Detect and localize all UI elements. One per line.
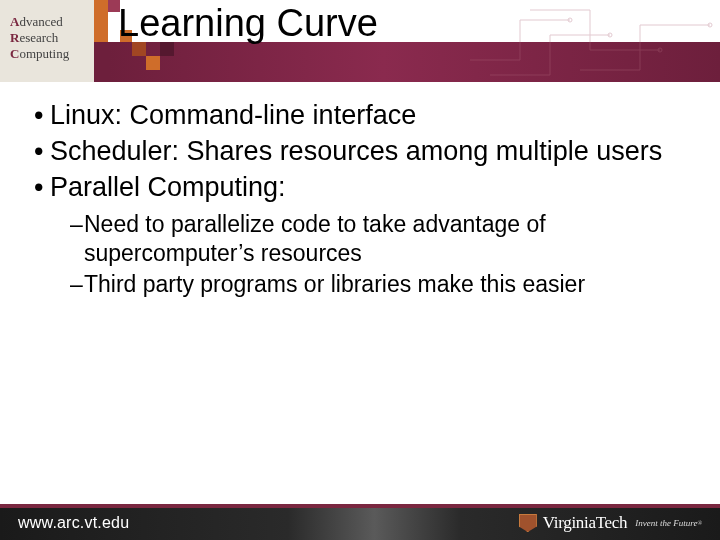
slide-footer: www.arc.vt.edu VirginiaTech Invent the F… <box>0 504 720 540</box>
sub-bullets: –Need to parallelize code to take advant… <box>70 210 686 299</box>
slide-body: •Linux: Command-line interface •Schedule… <box>34 98 686 301</box>
sub-bullet-2: –Third party programs or libraries make … <box>70 270 686 299</box>
bullet-text: Linux: Command-line interface <box>50 100 416 130</box>
bullet-dot-icon: • <box>34 98 50 132</box>
bullet-dot-icon: • <box>34 170 50 204</box>
bullet-1: •Linux: Command-line interface <box>34 98 686 132</box>
vt-shield-icon <box>519 514 537 532</box>
bullet-text: Need to parallelize code to take advanta… <box>84 211 546 266</box>
bullet-dash-icon: – <box>70 270 84 299</box>
bullet-text: Scheduler: Shares resources among multip… <box>50 136 662 166</box>
footer-url: www.arc.vt.edu <box>18 514 129 532</box>
slide-title: Learning Curve <box>118 2 378 45</box>
vt-logo: VirginiaTech Invent the Future® <box>519 513 702 533</box>
bullet-text: Third party programs or libraries make t… <box>84 271 585 297</box>
bullet-dash-icon: – <box>70 210 84 239</box>
vt-tagline: Invent the Future® <box>635 519 702 528</box>
bullet-3: •Parallel Computing: <box>34 170 686 204</box>
vt-wordmark: VirginiaTech <box>543 513 628 533</box>
arc-logo: Advanced Research Computing <box>10 14 90 62</box>
slide-header: Advanced Research Computing Learning Cur… <box>0 0 720 82</box>
slide: Advanced Research Computing Learning Cur… <box>0 0 720 540</box>
bullet-2: •Scheduler: Shares resources among multi… <box>34 134 686 168</box>
sub-bullet-1: –Need to parallelize code to take advant… <box>70 210 686 268</box>
bullet-dot-icon: • <box>34 134 50 168</box>
bullet-text: Parallel Computing: <box>50 172 286 202</box>
